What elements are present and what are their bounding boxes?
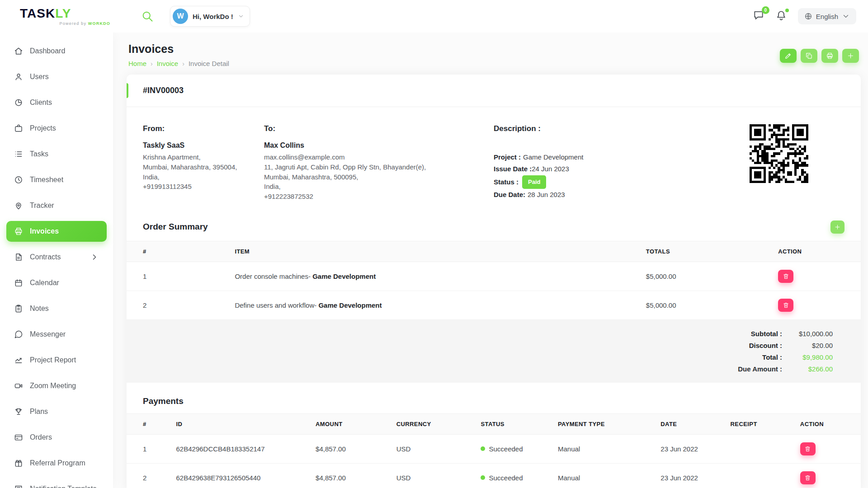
plus-icon (834, 224, 841, 230)
brand-logo[interactable]: TASKLY Powered by WORKDO (0, 7, 113, 26)
invoice-from: From: Taskly SaaS Krishna Apartment, Mum… (143, 124, 264, 202)
receipt-cell (725, 463, 795, 488)
location-pin-icon (14, 201, 23, 210)
sidebar-item-dashboard[interactable]: Dashboard (6, 41, 107, 61)
sidebar-item-referral-program[interactable]: Referral Program (6, 453, 107, 474)
add-invoice-button[interactable] (842, 49, 859, 63)
page-header: Invoices Home › Invoice › Invoice Detail (127, 39, 861, 67)
total-cell: $5,000.00 (641, 262, 773, 291)
home-icon (14, 47, 23, 56)
messages-button[interactable]: 0 (753, 9, 766, 23)
topbar: TASKLY Powered by WORKDO W Hi, WorkDo ! … (0, 0, 868, 33)
due-amount-row: Due Amount :$266.00 (738, 365, 833, 373)
sidebar-item-calendar[interactable]: Calendar (6, 272, 107, 293)
invoice-number-header: #INV00003 (127, 75, 861, 107)
clock-icon (14, 175, 23, 184)
sidebar-item-timesheet[interactable]: Timesheet (6, 169, 107, 190)
status-badge: Paid (522, 175, 546, 189)
sidebar-item-clients[interactable]: Clients (6, 92, 107, 113)
invoice-description: Description : Project :Game Development … (494, 124, 750, 202)
search-icon[interactable] (141, 10, 154, 23)
sidebar-item-plans[interactable]: Plans (6, 401, 107, 422)
projects-icon (14, 124, 23, 133)
globe-icon (804, 12, 812, 20)
invoice-qr (750, 124, 809, 202)
payments-table: # ID AMOUNT CURRENCY STATUS PAYMENT TYPE… (127, 413, 861, 488)
gift-icon (14, 459, 23, 468)
page-actions (780, 49, 859, 63)
payment-id: 62B4296DCCB4B183352147 (171, 434, 311, 463)
breadcrumb: Home › Invoice › Invoice Detail (128, 60, 229, 67)
sidebar: Dashboard Users Clients Projects Tasks T… (0, 33, 113, 488)
trophy-icon (14, 407, 23, 416)
sidebar-item-tracker[interactable]: Tracker (6, 195, 107, 216)
sidebar-item-invoices[interactable]: Invoices (6, 221, 107, 242)
language-selector[interactable]: English (798, 8, 856, 24)
sidebar-item-notes[interactable]: Notes (6, 298, 107, 319)
delete-item-button[interactable] (778, 270, 793, 283)
breadcrumb-separator: › (182, 60, 184, 67)
print-invoice-button[interactable] (821, 49, 838, 63)
delete-payment-button[interactable] (800, 442, 816, 455)
breadcrumb-invoice[interactable]: Invoice (157, 60, 179, 67)
payments-title: Payments (143, 396, 184, 406)
trash-icon (804, 474, 811, 481)
add-item-button[interactable] (830, 221, 844, 234)
language-label: English (816, 13, 838, 20)
notification-dot (785, 9, 789, 12)
invoice-totals: Subtotal :$10,000.00 Discount :$20.00 To… (127, 320, 861, 383)
sidebar-item-zoom-meeting[interactable]: Zoom Meeting (6, 375, 107, 396)
chat-bubble-icon (14, 330, 23, 339)
user-menu[interactable]: W Hi, WorkDo ! (170, 6, 250, 27)
order-summary-header: Order Summary (127, 215, 861, 241)
sidebar-item-messenger[interactable]: Messenger (6, 324, 107, 345)
document-icon (14, 253, 23, 262)
topbar-right: 0 English (753, 8, 868, 24)
payment-row: 2 62B429638E793126505440 $4,857.00 USD S… (127, 463, 861, 488)
main-content: Invoices Home › Invoice › Invoice Detail… (113, 0, 868, 488)
payment-status: Succeeded (489, 474, 523, 482)
credit-card-icon (14, 433, 23, 442)
project-value: Game Development (523, 151, 583, 163)
item-cell: Order console machines- Game Development (229, 262, 640, 291)
total-row: Total :$9,980.00 (762, 353, 833, 361)
invoice-number: #INV00003 (143, 86, 184, 95)
brand-tagline: Powered by WORKDO (20, 21, 113, 26)
sidebar-item-orders[interactable]: Orders (6, 427, 107, 448)
clipboard-icon (14, 304, 23, 313)
sidebar-item-notification-template[interactable]: Notification Template (6, 479, 107, 488)
delete-payment-button[interactable] (800, 471, 816, 484)
status-dot (481, 446, 485, 451)
total-cell: $5,000.00 (641, 291, 773, 319)
breadcrumb-home[interactable]: Home (128, 60, 146, 67)
item-cell: Define users and workflow- Game Developm… (229, 291, 640, 319)
order-item-row: 2 Define users and workflow- Game Develo… (127, 291, 861, 319)
chevron-down-icon (238, 13, 244, 19)
sidebar-item-projects[interactable]: Projects (6, 118, 107, 139)
status-dot (481, 475, 485, 480)
sidebar-item-project-report[interactable]: Project Report (6, 350, 107, 371)
sidebar-item-users[interactable]: Users (6, 66, 107, 87)
edit-invoice-button[interactable] (780, 49, 797, 63)
printer-icon (14, 227, 23, 236)
avatar: W (173, 9, 188, 24)
video-icon (14, 381, 23, 390)
trash-icon (783, 302, 789, 309)
order-summary-table: # ITEM TOTALS ACTION 1 Order console mac… (127, 241, 861, 320)
to-name: Max Collins (264, 141, 494, 150)
payment-row: 1 62B4296DCCB4B183352147 $4,857.00 USD S… (127, 434, 861, 463)
breadcrumb-separator: › (151, 60, 153, 67)
brand-name: TASKLY (20, 7, 113, 20)
qr-code (750, 124, 808, 183)
duplicate-invoice-button[interactable] (801, 49, 817, 63)
sidebar-item-contracts[interactable]: Contracts (6, 247, 107, 267)
messages-badge: 0 (762, 6, 769, 14)
notifications-button[interactable] (775, 9, 789, 23)
delete-item-button[interactable] (778, 299, 793, 312)
order-summary-title: Order Summary (143, 222, 208, 232)
sidebar-item-tasks[interactable]: Tasks (6, 144, 107, 164)
trash-icon (783, 273, 789, 280)
tasks-icon (14, 150, 23, 159)
calendar-icon (14, 278, 23, 287)
clients-icon (14, 98, 23, 107)
